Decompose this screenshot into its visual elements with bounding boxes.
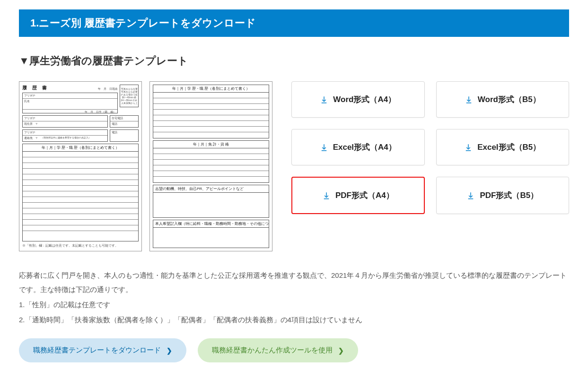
section-header: 1.ニーズ別 履歴書テンプレートをダウンロード — [19, 9, 569, 37]
label-addr: 現住所 〒 — [23, 121, 107, 127]
label-phone3: 電話 — [110, 130, 139, 135]
desc-li2: 2.「通勤時間」「扶養家族数（配偶者を除く）」「配偶者」「配偶者の扶養義務」の4… — [19, 313, 569, 327]
label-phone2: 電話 — [110, 121, 139, 127]
label-contact-note: （現住所以外に連絡を希望する場合のみ記入） — [40, 136, 92, 141]
cta-label: 職務経歴書かんたん作成ツールを使用 — [212, 346, 333, 355]
chevron-right-icon: ❯ — [167, 347, 172, 354]
cta-row: 職務経歴書テンプレートをダウンロード ❯ 職務経歴書かんたん作成ツールを使用 ❯ — [19, 338, 569, 362]
download-icon — [320, 95, 328, 104]
appeal-header: 志望の動機、特技、自己PR、アピールポイントなど — [153, 185, 269, 193]
label-phone1: 自宅電話 — [110, 116, 139, 121]
cta-label: 職務経歴書テンプレートをダウンロード — [33, 346, 161, 355]
download-label: Excel形式（A4） — [333, 142, 396, 153]
license-header: 年｜月｜免 許・資 格 — [153, 141, 269, 148]
download-label: Word形式（A4） — [333, 94, 396, 105]
download-button-2[interactable]: Excel形式（A4） — [291, 129, 425, 165]
description: 応募者に広く門戸を開き、本人のもつ適性・能力を基準とした公正な採用選考を推進する… — [19, 268, 569, 327]
download-label: Word形式（B5） — [478, 94, 541, 105]
download-button-1[interactable]: Word形式（B5） — [436, 81, 570, 118]
download-icon — [322, 191, 331, 200]
photo-box: 写真をはる位置 写真をはる必要が ある場合 1.縦36〜40mm 横24〜30m… — [120, 85, 139, 107]
download-button-5[interactable]: PDF形式（B5） — [436, 177, 570, 214]
label-addr-furigana: フリガナ — [23, 116, 107, 121]
cta-easy-tool[interactable]: 職務経歴書かんたん作成ツールを使用 ❯ — [198, 338, 358, 362]
download-icon — [466, 191, 475, 200]
cta-download-templates[interactable]: 職務経歴書テンプレートをダウンロード ❯ — [19, 338, 186, 362]
desc-li1: 1.「性別」の記載は任意です — [19, 298, 569, 312]
content-row: 履 歴 書 年 月 日現在 フリガナ 氏名 年 月 日生（満 歳） 写真をはる位… — [19, 81, 569, 255]
download-label: Excel形式（B5） — [477, 142, 541, 153]
chevron-right-icon: ❯ — [338, 347, 344, 354]
download-grid: Word形式（A4）Word形式（B5）Excel形式（A4）Excel形式（B… — [291, 81, 569, 255]
download-icon — [320, 143, 328, 152]
form-page-2: 年｜月｜学 歴・職 歴（各別にまとめて書く） 年｜月｜免 許・資 格 志望の動機… — [149, 81, 272, 251]
form-pages: 履 歴 書 年 月 日現在 フリガナ 氏名 年 月 日生（満 歳） 写真をはる位… — [19, 81, 274, 251]
subheading: ▼厚生労働省の履歴書テンプレート — [19, 54, 569, 68]
table-header-1: 年｜月｜学 歴・職 歴（各別にまとめて書く） — [23, 144, 138, 152]
label-name: 氏名 — [23, 99, 117, 109]
date-label: 年 月 日現在 — [98, 87, 118, 91]
desc-p1: 応募者に広く門戸を開き、本人のもつ適性・能力を基準とした公正な採用選考を推進する… — [19, 268, 569, 297]
label-contact: 連絡先 〒 — [23, 136, 40, 141]
form-page-1: 履 歴 書 年 月 日現在 フリガナ 氏名 年 月 日生（満 歳） 写真をはる位… — [19, 81, 142, 251]
form-footnote: ※「性別」欄：記載は任意です。未記載とすることも可能です。 — [22, 243, 139, 248]
download-label: PDF形式（A4） — [335, 190, 394, 201]
download-icon — [464, 143, 473, 152]
download-icon — [465, 95, 473, 104]
wish-header: 本人希望記入欄（特に給料・職種・勤務時間・勤務地・その他についての希望などがあれ… — [153, 220, 269, 228]
label-contact-furigana: フリガナ — [23, 130, 107, 136]
download-label: PDF形式（B5） — [480, 190, 538, 201]
label-furigana: フリガナ — [23, 93, 117, 99]
download-button-4[interactable]: PDF形式（A4） — [291, 177, 425, 214]
doc-title: 履 歴 書 — [22, 85, 49, 91]
download-button-3[interactable]: Excel形式（B5） — [436, 129, 570, 165]
download-button-0[interactable]: Word形式（A4） — [291, 81, 425, 118]
label-birth: 年 月 日生（満 歳） — [23, 109, 117, 115]
table-header-2: 年｜月｜学 歴・職 歴（各別にまとめて書く） — [153, 85, 269, 93]
form-preview: 履 歴 書 年 月 日現在 フリガナ 氏名 年 月 日生（満 歳） 写真をはる位… — [19, 81, 274, 255]
